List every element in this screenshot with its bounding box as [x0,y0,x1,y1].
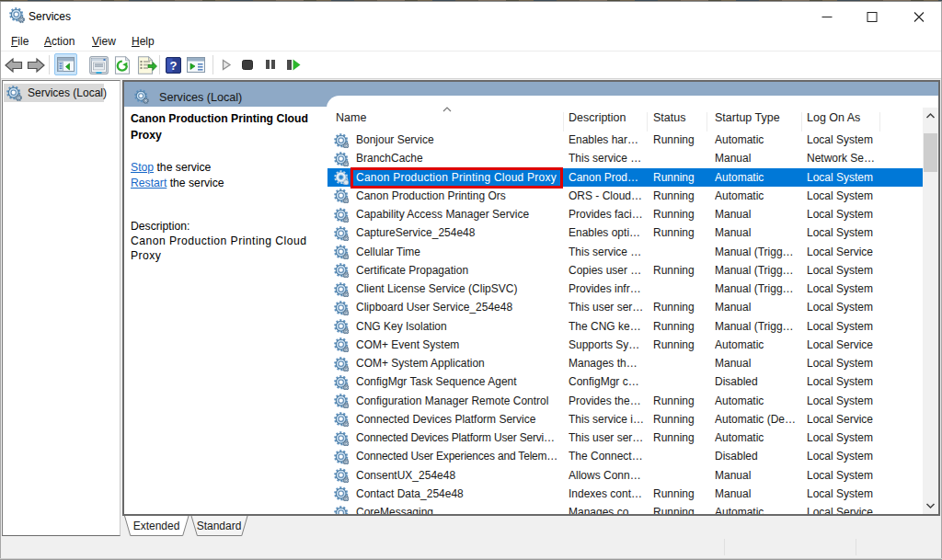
svg-text:?: ? [170,59,178,73]
svg-text:Extended: Extended [133,520,180,532]
svg-text:Standard: Standard [197,520,242,532]
